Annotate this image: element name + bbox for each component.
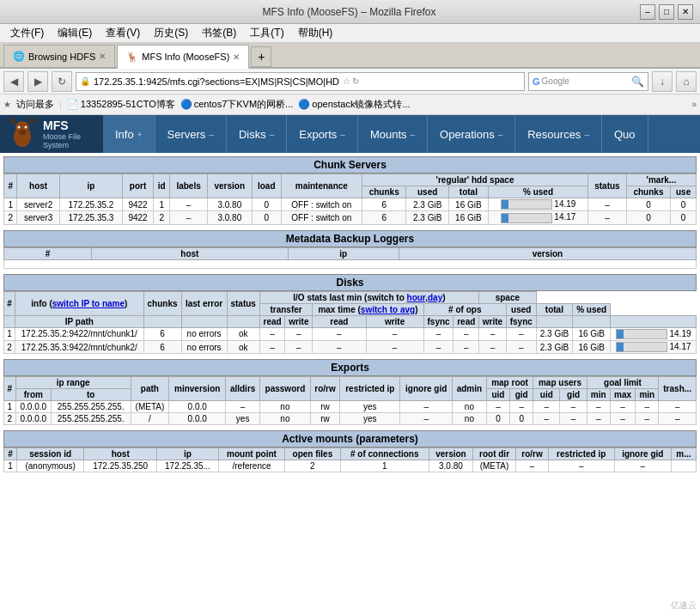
search-icon[interactable]: 🔍 (631, 76, 644, 88)
disks-table: # info (switch IP to name) chunks last e… (3, 291, 697, 355)
col-space: space (479, 291, 537, 303)
col-regular-hdd: 'regular' hdd space (362, 174, 587, 186)
bm-kvm[interactable]: 🔵 centos7下KVM的网桥... (180, 98, 294, 111)
nav-tab-mounts[interactable]: Mounts – (358, 115, 428, 153)
avg-link[interactable]: switch to avg (361, 305, 415, 314)
svg-line-5 (27, 119, 33, 125)
day-link[interactable]: day (428, 293, 442, 302)
col-goal-max: max (610, 389, 636, 401)
nav-tab-info-arrow: + (137, 130, 143, 139)
bm-51cto[interactable]: 📄 13352895-51CTO博客 (67, 98, 175, 111)
progress-fill-2 (502, 214, 508, 222)
col-exp-restricted: restricted ip (340, 377, 400, 401)
col-mnt-version: version (429, 448, 472, 460)
nav-tab-servers-label: Servers (167, 128, 206, 141)
downloads-button[interactable]: ↓ (652, 71, 673, 92)
nav-tab-info[interactable]: Info + (103, 115, 155, 153)
menu-help[interactable]: 帮助(H) (291, 24, 340, 42)
col-fsync-time: fsync (423, 315, 453, 327)
nav-tab-exports[interactable]: Exports – (287, 115, 358, 153)
nav-tab-mounts-arrow: – (411, 130, 416, 139)
menu-bar: 文件(F) 编辑(E) 查看(V) 历史(S) 书签(B) 工具(T) 帮助(H… (0, 24, 700, 43)
close-button[interactable]: ✕ (678, 4, 693, 20)
nav-tab-info-label: Info (115, 128, 134, 141)
tab-hdfs-close[interactable]: ✕ (99, 52, 106, 61)
exports-table: # ip range path minversion alldirs passw… (3, 376, 697, 425)
new-tab-button[interactable]: + (251, 46, 271, 67)
col-fsync-ops: fsync (506, 315, 536, 327)
mfs-logo: MFS Moose File System (0, 115, 103, 153)
progress-bar-1 (501, 199, 552, 210)
col-load: load (252, 174, 281, 198)
col-open-files: open files (285, 448, 340, 460)
col-mbl-version: version (399, 247, 696, 259)
tab-hdfs-label: Browsing HDFS (28, 52, 95, 62)
url-star[interactable]: ☆ (343, 76, 350, 86)
progress-bar-2 (501, 213, 552, 223)
nav-tab-operations[interactable]: Operations – (428, 115, 515, 153)
col-labels: labels (170, 174, 207, 198)
svg-line-3 (10, 119, 12, 123)
url-text: 172.25.35.1:9425/mfs.cgi?sections=EX|MS|… (94, 76, 339, 87)
svg-line-4 (12, 118, 14, 119)
bm-more[interactable]: » (691, 100, 697, 109)
menu-bookmarks[interactable]: 书签(B) (195, 24, 243, 42)
col-mnt-rorw: ro/rw (516, 448, 549, 460)
table-row: 2 0.0.0.0 255.255.255.255. / 0.0.0 yes n… (4, 413, 697, 425)
tab-mfs[interactable]: 🦌 MFS Info (MooseFS) ✕ (117, 45, 249, 69)
bm-openstack[interactable]: 🔵 openstack镜像格式转... (298, 98, 410, 111)
nav-tab-disks[interactable]: Disks – (227, 115, 287, 153)
menu-history[interactable]: 历史(S) (147, 24, 195, 42)
col-to: to (51, 389, 131, 401)
col-disk-status: status (227, 291, 259, 315)
menu-tools[interactable]: 工具(T) (243, 24, 290, 42)
menu-view[interactable]: 查看(V) (99, 24, 147, 42)
col-total: total (536, 303, 572, 315)
home-button[interactable]: ⌂ (676, 71, 697, 92)
col-write-time: write (366, 315, 423, 327)
nav-tab-servers[interactable]: Servers – (155, 115, 227, 153)
menu-edit[interactable]: 编辑(E) (51, 24, 99, 42)
tab-bar: 🌐 Browsing HDFS ✕ 🦌 MFS Info (MooseFS) ✕… (0, 43, 700, 69)
exports-section: Exports # ip range path minversion alldi… (3, 359, 697, 425)
hour-link[interactable]: hour (407, 293, 426, 302)
col-total: total (448, 186, 488, 198)
nav-tab-quo[interactable]: Quo (602, 115, 648, 153)
tab-hdfs[interactable]: 🌐 Browsing HDFS ✕ (3, 45, 115, 67)
col-root-uid: uid (486, 389, 509, 401)
forward-button[interactable]: ▶ (27, 71, 48, 92)
tab-mfs-close[interactable]: ✕ (233, 52, 240, 62)
col-id: id (153, 174, 169, 198)
col-read-transfer: read (259, 315, 285, 327)
table-row-empty (4, 259, 697, 268)
col-disk-chunks: chunks (143, 291, 181, 315)
bm-most-visited[interactable]: 访问最多 (16, 98, 54, 111)
minimize-button[interactable]: – (640, 4, 655, 20)
back-button[interactable]: ◀ (3, 71, 24, 92)
url-box[interactable]: 🔒 172.25.35.1:9425/mfs.cgi?sections=EX|M… (76, 72, 525, 91)
col-max-time: max time (switch to avg) (313, 303, 423, 315)
bookmarks-bar: ★ 访问最多 | 📄 13352895-51CTO博客 🔵 centos7下KV… (0, 94, 700, 115)
reload-button[interactable]: ↻ (52, 71, 72, 92)
address-bar: ◀ ▶ ↻ 🔒 172.25.35.1:9425/mfs.cgi?section… (0, 69, 700, 94)
window-controls[interactable]: – □ ✕ (640, 4, 693, 20)
progress-fill-1 (502, 200, 508, 209)
menu-file[interactable]: 文件(F) (3, 24, 51, 42)
col-io-stats: I/O stats last min (switch to hour,day) (259, 291, 478, 303)
disk-progress-1 (616, 329, 667, 339)
col-exp-password: password (260, 377, 311, 401)
col-port: port (123, 174, 154, 198)
svg-line-2 (12, 119, 17, 125)
col-mbl-ip: ip (288, 247, 399, 259)
url-security-icon: 🔒 (80, 76, 90, 86)
window-title: MFS Info (MooseFS) – Mozilla Firefox (58, 6, 640, 18)
tab-mfs-label: MFS Info (MooseFS) (142, 52, 229, 62)
maximize-button[interactable]: □ (659, 4, 674, 20)
nav-tab-resources[interactable]: Resources – (515, 115, 602, 153)
search-placeholder: Google (542, 76, 569, 86)
search-box[interactable]: G Google 🔍 (528, 72, 648, 91)
table-row: 2 172.25.35.3:9422/mnt/chunk2/ 6 no erro… (4, 341, 697, 354)
switch-ip-link[interactable]: switch IP to name (52, 299, 125, 308)
url-refresh[interactable]: ↻ (352, 76, 359, 86)
exports-title: Exports (3, 359, 697, 376)
